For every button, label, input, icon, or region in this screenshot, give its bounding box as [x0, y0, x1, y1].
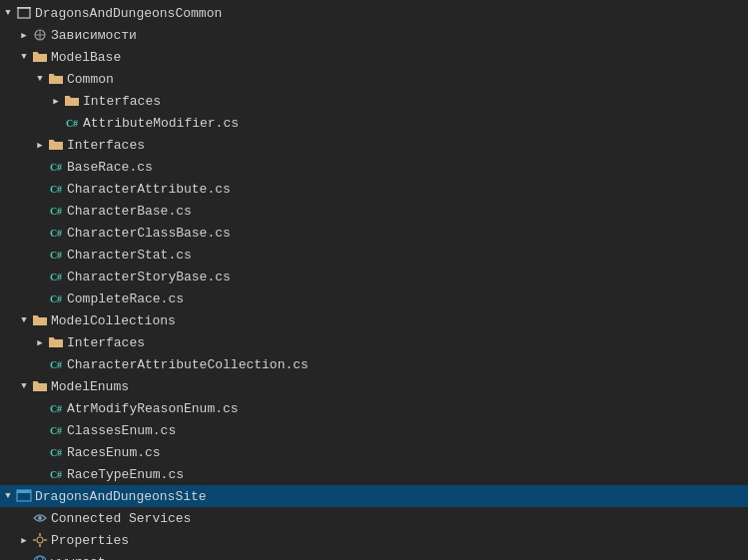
expand-arrow[interactable]	[16, 312, 32, 328]
tree-item[interactable]: C#CharacterBase.cs	[0, 200, 748, 222]
tree-item[interactable]: ModelEnums	[0, 375, 748, 397]
item-label: wwwroot	[51, 555, 106, 561]
svg-point-7	[38, 516, 42, 520]
tree-item[interactable]: C#CharacterAttribute.cs	[0, 178, 748, 200]
item-label: Connected Services	[51, 511, 191, 526]
expand-arrow[interactable]	[32, 137, 48, 153]
folder-icon	[48, 71, 64, 87]
tree-item[interactable]: C#AttributeModifier.cs	[0, 112, 748, 134]
item-label: CharacterClassBase.cs	[67, 226, 231, 241]
svg-point-13	[34, 556, 46, 560]
csharp-icon: C#	[48, 356, 64, 372]
item-label: DragonsAndDungeonsSite	[35, 489, 207, 504]
expand-arrow[interactable]	[48, 93, 64, 109]
csharp-icon: C#	[48, 159, 64, 175]
expand-arrow[interactable]	[32, 225, 48, 241]
tree-item[interactable]: DragonsAndDungeonsCommon	[0, 2, 748, 24]
item-label: Properties	[51, 533, 129, 548]
tree-item[interactable]: Interfaces	[0, 90, 748, 112]
tree-item[interactable]: C#CharacterStoryBase.cs	[0, 266, 748, 287]
csharp-icon: C#	[48, 181, 64, 197]
item-label: ModelBase	[51, 50, 121, 65]
globe-icon	[32, 554, 48, 560]
csharp-icon: C#	[48, 444, 64, 460]
expand-arrow[interactable]	[0, 5, 16, 21]
tree-item[interactable]: Common	[0, 68, 748, 90]
tree-item[interactable]: C#AtrModifyReasonEnum.cs	[0, 397, 748, 419]
folder-icon	[32, 49, 48, 65]
expand-arrow[interactable]	[16, 532, 32, 548]
expand-arrow[interactable]	[32, 269, 48, 284]
expand-arrow[interactable]	[16, 554, 32, 560]
expand-arrow[interactable]	[32, 71, 48, 87]
item-label: CompleteRace.cs	[67, 291, 184, 306]
tree-item[interactable]: C#CharacterStat.cs	[0, 244, 748, 266]
tree-item[interactable]: C#CompleteRace.cs	[0, 287, 748, 309]
expand-arrow[interactable]	[32, 203, 48, 219]
expand-arrow[interactable]	[48, 115, 64, 131]
item-label: Зависимости	[51, 28, 137, 43]
tree-item[interactable]: C#ClassesEnum.cs	[0, 419, 748, 441]
connected-icon	[32, 510, 48, 526]
tree-item[interactable]: Interfaces	[0, 134, 748, 156]
expand-arrow[interactable]	[0, 488, 16, 504]
item-label: CharacterBase.cs	[67, 204, 192, 219]
expand-arrow[interactable]	[16, 510, 32, 526]
expand-arrow[interactable]	[16, 378, 32, 394]
dependency-icon	[32, 27, 48, 43]
svg-point-8	[37, 537, 43, 543]
solution-explorer: DragonsAndDungeonsCommonЗависимостиModel…	[0, 0, 748, 560]
item-label: Interfaces	[83, 94, 161, 109]
item-label: BaseRace.cs	[67, 160, 153, 175]
svg-rect-0	[18, 8, 30, 18]
tree-item[interactable]: ModelCollections	[0, 309, 748, 331]
expand-arrow[interactable]	[32, 466, 48, 482]
item-label: ModelEnums	[51, 379, 129, 394]
expand-arrow[interactable]	[32, 159, 48, 175]
folder-icon	[32, 378, 48, 394]
folder-icon	[48, 334, 64, 350]
tree-item[interactable]: C#BaseRace.cs	[0, 156, 748, 178]
item-label: ClassesEnum.cs	[67, 423, 176, 438]
expand-arrow[interactable]	[32, 356, 48, 372]
item-label: CharacterStat.cs	[67, 248, 192, 263]
tree-item[interactable]: C#CharacterClassBase.cs	[0, 222, 748, 244]
tree-container[interactable]: DragonsAndDungeonsCommonЗависимостиModel…	[0, 0, 748, 560]
item-label: Interfaces	[67, 335, 145, 350]
expand-arrow[interactable]	[32, 422, 48, 438]
csharp-icon: C#	[48, 290, 64, 306]
expand-arrow[interactable]	[16, 27, 32, 43]
properties-icon	[32, 532, 48, 548]
tree-item[interactable]: C#RaceTypeEnum.cs	[0, 463, 748, 485]
tree-item[interactable]: Connected Services	[0, 507, 748, 529]
item-label: CharacterAttributeCollection.cs	[67, 357, 309, 372]
expand-arrow[interactable]	[32, 181, 48, 197]
item-label: DragonsAndDungeonsCommon	[35, 6, 222, 21]
expand-arrow[interactable]	[32, 444, 48, 460]
expand-arrow[interactable]	[32, 290, 48, 306]
csharp-icon: C#	[48, 466, 64, 482]
project-web-icon	[16, 488, 32, 504]
csharp-icon: C#	[48, 225, 64, 241]
csharp-icon: C#	[48, 269, 64, 284]
tree-item[interactable]: DragonsAndDungeonsSite	[0, 485, 748, 507]
tree-item[interactable]: C#CharacterAttributeCollection.cs	[0, 353, 748, 375]
item-label: AttributeModifier.cs	[83, 116, 239, 131]
csharp-icon: C#	[48, 247, 64, 263]
expand-arrow[interactable]	[32, 400, 48, 416]
tree-item[interactable]: ModelBase	[0, 46, 748, 68]
item-label: Common	[67, 72, 114, 87]
folder-icon	[32, 312, 48, 328]
tree-item[interactable]: wwwroot	[0, 551, 748, 560]
folder-icon	[48, 137, 64, 153]
tree-item[interactable]: Зависимости	[0, 24, 748, 46]
expand-arrow[interactable]	[32, 247, 48, 263]
item-label: ModelCollections	[51, 313, 176, 328]
tree-item[interactable]: Interfaces	[0, 331, 748, 353]
svg-rect-6	[17, 490, 31, 493]
item-label: RaceTypeEnum.cs	[67, 467, 184, 482]
expand-arrow[interactable]	[16, 49, 32, 65]
tree-item[interactable]: Properties	[0, 529, 748, 551]
expand-arrow[interactable]	[32, 334, 48, 350]
tree-item[interactable]: C#RacesEnum.cs	[0, 441, 748, 463]
